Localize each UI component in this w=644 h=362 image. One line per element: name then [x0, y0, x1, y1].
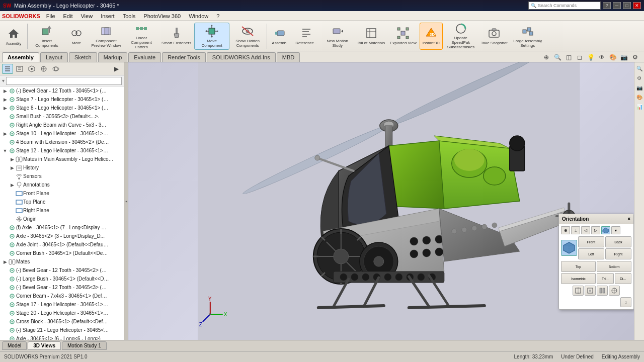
tab-markup[interactable]: Markup — [98, 52, 128, 62]
tree-item[interactable]: Corner Bush - 30465<1> (Default<<Defau..… — [0, 249, 124, 257]
panel-property-btn[interactable] — [14, 64, 25, 74]
tree-item[interactable]: Corner Beam - 7x4x3 - 30465<1> (Default<… — [0, 292, 124, 300]
tree-item[interactable]: ▶History — [0, 163, 124, 172]
orient-options-btn[interactable]: ▾ — [611, 226, 620, 234]
menu-photoview[interactable]: PhotoView 360 — [139, 12, 185, 20]
orient-next-btn[interactable]: ▷ — [591, 226, 600, 234]
tree-item[interactable]: ▶Mates — [0, 257, 124, 266]
tree-item[interactable]: ▶(-) Bevel Gear - 12 Tooth - 30465<1> (D… — [0, 86, 124, 95]
right-chart-icon[interactable]: 📊 — [635, 103, 643, 111]
tree-item[interactable]: Axle - 30465<1> (6 - Long<6 - Long>) — [0, 334, 124, 340]
toolbar-bom[interactable]: Bill of Materials — [356, 23, 387, 50]
orient-normal-btn[interactable]: ⟂ — [571, 226, 580, 234]
panel-move-btn[interactable] — [38, 64, 49, 74]
toolbar-preview[interactable]: Component Preview Window — [89, 23, 123, 50]
panel-expand-btn[interactable]: ▶ — [111, 64, 122, 74]
viewport[interactable]: X Y Z Orientation × ⊕ ⟂ ◁ ▷ — [128, 62, 644, 340]
orient-isometric-btn[interactable]: Isometric — [561, 273, 596, 284]
menu-edit[interactable]: Edit — [59, 12, 77, 20]
orient-trimetric-btn[interactable]: Tri... — [597, 273, 614, 284]
toolbar-smart-fasteners[interactable]: Smart Fasteners — [159, 23, 193, 50]
view-settings-btn[interactable]: ⚙ — [630, 53, 640, 62]
tree-item[interactable]: Stage 17 - Lego Helicopter - 30465<1> (D… — [0, 300, 124, 309]
view-section-btn[interactable]: ◫ — [564, 53, 574, 62]
menu-view[interactable]: View — [76, 12, 97, 20]
orient-back-view-btn[interactable]: Back — [605, 236, 631, 247]
tree-item[interactable]: Axle Joint - 30465<1> (Default<<Default.… — [0, 240, 124, 249]
tab-sketch[interactable]: Sketch — [69, 52, 97, 62]
orient-left-view-btn[interactable]: Left — [578, 248, 604, 259]
tree-toggle-icon[interactable]: ▶ — [2, 131, 8, 137]
menu-window[interactable]: Window — [185, 12, 212, 20]
toolbar-instant3d[interactable]: 3D Instant3D — [420, 23, 443, 50]
view-zoom-btn[interactable]: 🔍 — [552, 53, 562, 62]
orient-extra4-btn[interactable] — [609, 286, 620, 296]
toolbar-speedpak[interactable]: Update SpeedPak Subassemblies — [444, 23, 478, 50]
tree-toggle-icon[interactable]: ▶ — [9, 156, 15, 162]
orient-extra3-btn[interactable] — [597, 286, 608, 296]
search-input[interactable] — [538, 2, 598, 9]
orientation-close-btn[interactable]: × — [627, 216, 630, 222]
toolbar-assembly-features[interactable]: Assemb... — [269, 23, 292, 50]
tab-mbd[interactable]: MBD — [277, 52, 300, 62]
right-search-icon[interactable]: 🔍 — [635, 64, 643, 72]
toolbar-large-assembly[interactable]: Large Assembly Settings — [511, 23, 545, 50]
close-btn[interactable]: ✕ — [633, 2, 641, 9]
tree-item[interactable]: Front Plane — [0, 189, 124, 198]
view-cam-btn[interactable]: 📷 — [619, 53, 629, 62]
tab-render-tools[interactable]: Render Tools — [162, 52, 206, 62]
toolbar-insert-components[interactable]: Insert Components — [30, 23, 64, 50]
orient-front-view-btn[interactable]: Front — [578, 236, 604, 247]
tree-item[interactable]: Top Plane — [0, 198, 124, 206]
tab-layout[interactable]: Layout — [40, 52, 68, 62]
tree-item[interactable]: Axle - 30465<2> (3 - Long<Display_D... — [0, 232, 124, 240]
tree-item[interactable]: (-) Large Bush - 30465<1> (Default<<Defa… — [0, 275, 124, 283]
toolbar-reference[interactable]: Reference... — [293, 23, 319, 50]
tree-item[interactable]: Cross Block - 30465<1> (Default<<Default… — [0, 317, 124, 326]
orient-top-view-btn[interactable]: Top — [561, 261, 596, 272]
panel-feature-tree-btn[interactable] — [2, 64, 13, 74]
orient-3d-btn[interactable] — [601, 226, 610, 234]
tree-item[interactable]: ▶Annotations — [0, 180, 124, 189]
toolbar-move-component[interactable]: Move Component — [194, 23, 229, 50]
tree-item[interactable]: (f) Axle - 30465<1> (7 - Long<Display St… — [0, 223, 124, 232]
tab-solidworks-addins[interactable]: SOLIDWORKS Add-Ins — [207, 52, 276, 62]
tree-item[interactable]: ▶Stage 8 - Lego Helicopter - 30465<1> (D… — [0, 104, 124, 112]
tree-toggle-icon[interactable]: ▶ — [2, 105, 8, 111]
tree-item[interactable]: Small Bush - 30565<3> (Default<...>. — [0, 112, 124, 121]
orient-prev-btn[interactable]: ◁ — [581, 226, 590, 234]
orient-extra2-btn[interactable] — [585, 286, 596, 296]
tree-item[interactable]: ▼Stage 12 - Lego Helicopter - 30465<1> (… — [0, 146, 124, 155]
orient-nav-btn[interactable]: ↕ — [620, 297, 631, 307]
tree-item[interactable]: Right Angle Beam with Curve - 5x3 - 3046… — [0, 121, 124, 129]
right-camera-icon[interactable]: 📷 — [635, 83, 643, 92]
restore-btn[interactable]: □ — [623, 2, 631, 9]
toolbar-snapshot[interactable]: Take Snapshot — [479, 23, 510, 50]
toolbar-show-hidden[interactable]: Show Hidden Components — [230, 23, 265, 50]
tree-toggle-icon[interactable]: ▼ — [2, 148, 8, 154]
orient-dimetric-btn[interactable]: Di... — [615, 273, 632, 284]
orient-extra1-btn[interactable] — [573, 286, 584, 296]
tab-assembly[interactable]: Assembly — [2, 52, 39, 62]
toolbar-mate[interactable]: Mate — [65, 23, 88, 50]
orient-zoom-btn[interactable]: ⊕ — [561, 226, 570, 234]
tree-item[interactable]: 4 Beam with Extension - 30465<2> (Defaul… — [0, 138, 124, 146]
toolbar-exploded-view[interactable]: Exploded View — [388, 23, 419, 50]
view-lighting-btn[interactable]: 💡 — [586, 53, 596, 62]
minimize-btn[interactable]: ─ — [613, 2, 621, 9]
toolbar-linear-pattern[interactable]: Linear Component Pattern — [124, 23, 158, 50]
tab-evaluate[interactable]: Evaluate — [128, 52, 161, 62]
orient-right-view-btn[interactable]: Right — [605, 248, 631, 259]
help-btn[interactable]: ? — [603, 2, 611, 9]
right-gear-icon[interactable]: ⚙ — [635, 74, 643, 82]
tree-item[interactable]: ▶Stage 7 - Lego Helicopter - 30465<1> (D… — [0, 95, 124, 104]
right-paint-icon[interactable]: 🎨 — [635, 93, 643, 101]
toolbar-motion-study[interactable]: New Motion Study — [320, 23, 355, 50]
panel-config-btn[interactable] — [26, 64, 37, 74]
tree-item[interactable]: (-) Bevel Gear - 12 Tooth - 30465<2> (De… — [0, 266, 124, 275]
tree-item[interactable]: Sensors — [0, 172, 124, 180]
menu-tools[interactable]: Tools — [119, 12, 140, 20]
tree-item[interactable]: (-) Stage 21 - Lego Helicopter - 30465<1… — [0, 326, 124, 334]
view-display-btn[interactable]: ◻ — [575, 53, 585, 62]
view-hide-btn[interactable]: 👁 — [597, 53, 607, 62]
